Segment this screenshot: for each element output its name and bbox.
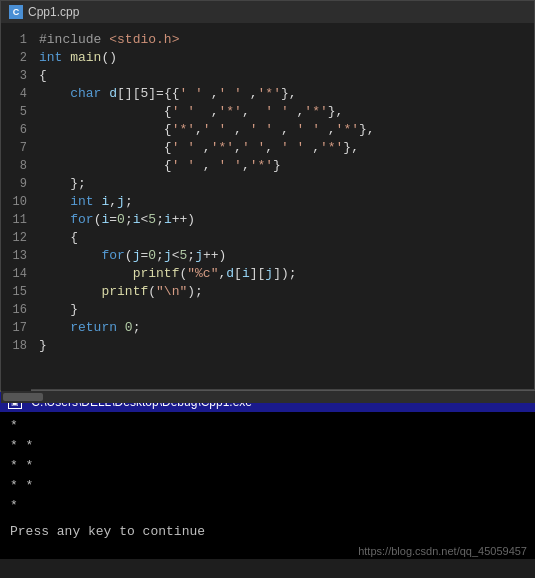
editor-container: C Cpp1.cpp 123456789101112131415161718 #…: [0, 0, 535, 390]
console-container: ▣ "C:\Users\DELL\Desktop\Debug\Cpp1.exe"…: [0, 390, 535, 559]
horizontal-scrollbar[interactable]: [1, 391, 535, 403]
editor-filename: Cpp1.cpp: [28, 5, 79, 19]
console-line-2: * *: [10, 436, 525, 456]
console-line-1: *: [10, 416, 525, 436]
console-line-5: *: [10, 496, 525, 516]
code-area: 123456789101112131415161718 #include <st…: [1, 23, 534, 391]
line-numbers: 123456789101112131415161718: [1, 23, 31, 391]
console-line-3: * *: [10, 456, 525, 476]
scrollbar-thumb[interactable]: [3, 393, 43, 401]
editor-title-bar: C Cpp1.cpp: [1, 1, 534, 23]
press-any-key: Press any key to continue: [0, 522, 535, 543]
watermark: https://blog.csdn.net/qq_45059457: [0, 543, 535, 559]
code-content: #include <stdio.h> int main() { char d[]…: [31, 23, 534, 391]
console-output: * * * * * * * *: [0, 412, 535, 522]
console-line-4: * *: [10, 476, 525, 496]
file-icon: C: [9, 5, 23, 19]
